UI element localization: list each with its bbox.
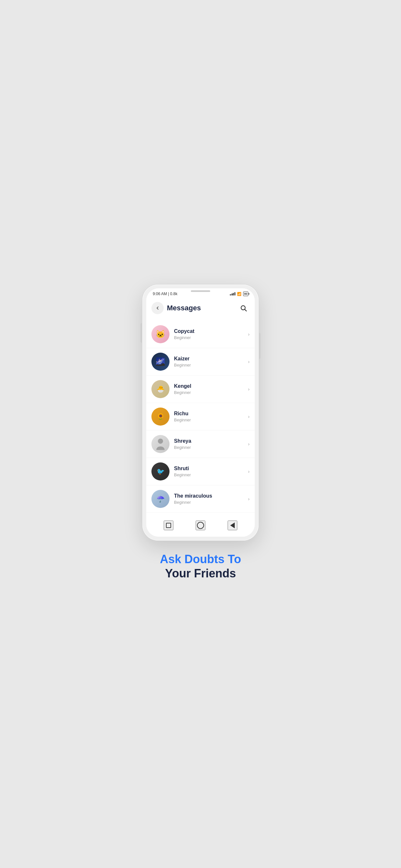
message-info: Shreya Beginner xyxy=(174,438,248,450)
page-title: Messages xyxy=(167,304,237,312)
chevron-right-icon: › xyxy=(248,359,250,364)
footer-line2: Your Friends xyxy=(160,566,241,580)
contact-level: Beginner xyxy=(174,390,248,395)
home-button[interactable] xyxy=(196,521,205,530)
message-list: 🐱 Copycat Beginner › 🌌 Kaizer Beginner › xyxy=(146,318,255,516)
contact-name: The miraculous xyxy=(174,493,248,499)
status-icons: 📶 90 xyxy=(230,291,248,296)
contact-name: Richu xyxy=(174,411,248,416)
chevron-right-icon: › xyxy=(248,469,250,474)
contact-level: Beginner xyxy=(174,417,248,423)
contact-level: Beginner xyxy=(174,363,248,368)
chevron-right-icon: › xyxy=(248,441,250,446)
avatar: 🌌 xyxy=(151,352,169,371)
footer-line1: Ask Doubts To xyxy=(160,552,241,566)
recent-apps-button[interactable] xyxy=(164,521,174,530)
signal-bars xyxy=(230,292,235,296)
list-item[interactable]: 🐦 Shruti Beginner › xyxy=(146,458,255,485)
contact-level: Beginner xyxy=(174,472,248,477)
list-item[interactable]: 🌌 Kaizer Beginner › xyxy=(146,348,255,376)
message-info: Copycat Beginner xyxy=(174,329,248,340)
svg-line-1 xyxy=(245,309,246,311)
status-bar: 9:06 AM | 0.8k 📶 90 xyxy=(146,288,255,298)
message-info: Shruti Beginner xyxy=(174,466,248,477)
back-nav-button[interactable] xyxy=(227,521,237,530)
footer-text: Ask Doubts To Your Friends xyxy=(153,552,247,580)
contact-level: Beginner xyxy=(174,445,248,450)
phone-screen: 9:06 AM | 0.8k 📶 90 xyxy=(146,288,255,537)
message-info: Kengel Beginner xyxy=(174,383,248,395)
list-item[interactable]: ☂️ The miraculous Beginner › xyxy=(146,485,255,513)
header: Messages xyxy=(146,298,255,318)
message-info: Kaizer Beginner xyxy=(174,356,248,368)
list-item[interactable]: 🌻 Richu Beginner › xyxy=(146,403,255,430)
avatar: 🐣 xyxy=(151,380,169,398)
page-wrapper: 9:06 AM | 0.8k 📶 90 xyxy=(134,275,267,593)
recent-apps-icon xyxy=(166,523,171,528)
battery-icon: 90 xyxy=(243,291,248,296)
list-item[interactable]: Shreya Beginner › xyxy=(146,430,255,458)
contact-name: Shreya xyxy=(174,438,248,444)
list-item[interactable]: 🐱 Copycat Beginner › xyxy=(146,321,255,348)
avatar: 🐱 xyxy=(151,325,169,343)
contact-name: Kengel xyxy=(174,383,248,389)
contact-level: Beginner xyxy=(174,335,248,340)
contact-level: Beginner xyxy=(174,500,248,505)
avatar: ☂️ xyxy=(151,490,169,508)
svg-point-2 xyxy=(158,439,163,444)
notch-pill xyxy=(191,290,210,292)
chevron-right-icon: › xyxy=(248,496,250,501)
avatar: 🌻 xyxy=(151,407,169,426)
chevron-right-icon: › xyxy=(248,414,250,419)
wifi-icon: 📶 xyxy=(237,292,242,296)
chevron-right-icon: › xyxy=(248,332,250,337)
contact-name: Copycat xyxy=(174,329,248,334)
avatar xyxy=(151,435,169,453)
avatar: 🐦 xyxy=(151,462,169,480)
bottom-navigation xyxy=(146,516,255,537)
status-time: 9:06 AM | 0.8k xyxy=(153,291,178,296)
message-info: Richu Beginner xyxy=(174,411,248,423)
back-button[interactable] xyxy=(151,302,164,314)
chevron-right-icon: › xyxy=(248,386,250,392)
home-icon xyxy=(197,522,204,529)
search-button[interactable] xyxy=(237,302,250,314)
list-item[interactable]: 🐣 Kengel Beginner › xyxy=(146,376,255,403)
back-nav-icon xyxy=(230,523,235,528)
contact-name: Shruti xyxy=(174,466,248,471)
contact-name: Kaizer xyxy=(174,356,248,362)
message-info: The miraculous Beginner xyxy=(174,493,248,505)
phone-shell: 9:06 AM | 0.8k 📶 90 xyxy=(143,284,258,540)
